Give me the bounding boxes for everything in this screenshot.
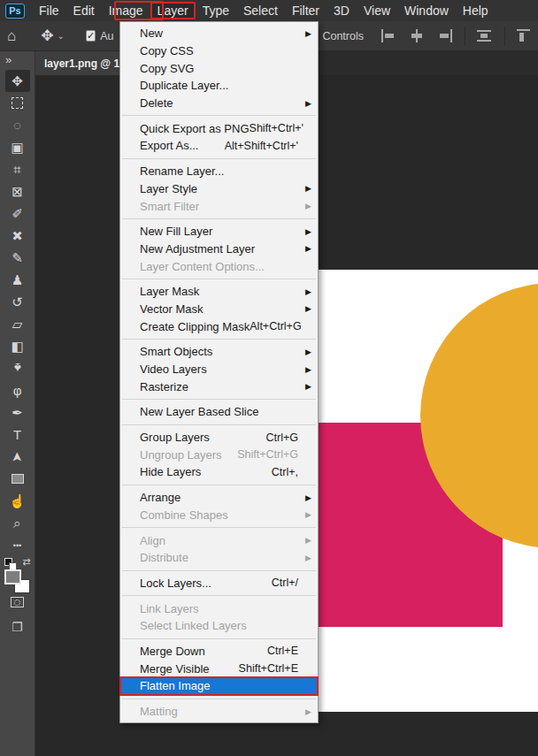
menu-item-video-layers[interactable]: Video Layers▶ bbox=[120, 361, 318, 378]
pen-tool[interactable]: ✒ bbox=[5, 401, 30, 424]
marquee-tool[interactable] bbox=[5, 92, 30, 114]
swap-colors-icon[interactable]: ⇄ bbox=[22, 556, 30, 568]
dodge-tool[interactable]: φ bbox=[5, 379, 30, 401]
history-brush-tool[interactable]: ↺ bbox=[5, 291, 30, 313]
menu-item-quick-export-as-png[interactable]: Quick Export as PNGShift+Ctrl+' bbox=[120, 119, 318, 137]
rectangle-tool[interactable] bbox=[5, 468, 30, 490]
move-tool[interactable]: ✥ bbox=[5, 70, 30, 92]
crop-tool[interactable]: ⌗ bbox=[5, 158, 30, 180]
menu-item-copy-css[interactable]: Copy CSS bbox=[120, 42, 318, 60]
color-controls: ⇄ bbox=[4, 558, 31, 588]
distribute-icon[interactable] bbox=[477, 29, 493, 42]
auto-select-label: Au bbox=[100, 30, 113, 42]
menu-item-layer-style[interactable]: Layer Style▶ bbox=[120, 180, 318, 198]
align-top-edges-icon[interactable] bbox=[517, 29, 533, 42]
menubar-item-filter[interactable]: Filter bbox=[285, 2, 327, 19]
menu-item-lock-layers[interactable]: Lock Layers...Ctrl+/ bbox=[120, 575, 318, 592]
quick-mask-button[interactable] bbox=[5, 592, 30, 613]
menu-item-copy-svg[interactable]: Copy SVG bbox=[120, 59, 318, 77]
menu-item-label: Rasterize bbox=[140, 380, 311, 393]
chevron-down-icon[interactable]: ⌄ bbox=[58, 31, 65, 41]
menu-item-layer-mask[interactable]: Layer Mask▶ bbox=[120, 283, 318, 301]
hand-tool[interactable]: ☝ bbox=[5, 490, 30, 512]
menu-item-label: Hide Layers bbox=[140, 465, 272, 478]
menubar-item-select[interactable]: Select bbox=[236, 2, 285, 19]
menu-item-merge-visible[interactable]: Merge VisibleShift+Ctrl+E bbox=[120, 660, 318, 677]
menu-separator bbox=[122, 638, 316, 639]
menu-item-shortcut: Ctrl+G bbox=[266, 431, 311, 444]
edit-toolbar[interactable]: ••• bbox=[5, 534, 30, 556]
clone-stamp-tool[interactable]: ♟ bbox=[5, 269, 30, 291]
menu-item-label: New Fill Layer bbox=[140, 225, 311, 238]
menu-item-merge-down[interactable]: Merge DownCtrl+E bbox=[120, 643, 318, 661]
menu-separator bbox=[122, 570, 316, 571]
screen-mode-icon: ❐ bbox=[12, 620, 23, 634]
menu-item-hide-layers[interactable]: Hide LayersCtrl+, bbox=[120, 463, 318, 481]
menu-separator bbox=[122, 424, 316, 425]
brush-tool[interactable]: ✎ bbox=[5, 247, 30, 269]
menu-item-duplicate-layer[interactable]: Duplicate Layer... bbox=[120, 77, 318, 95]
foreground-color-swatch[interactable] bbox=[4, 569, 21, 584]
align-right-edges-icon[interactable] bbox=[437, 29, 453, 42]
menubar-item-3d[interactable]: 3D bbox=[327, 2, 357, 19]
menubar-item-edit[interactable]: Edit bbox=[66, 2, 102, 19]
menu-item-flatten-image[interactable]: Flatten Image bbox=[120, 677, 318, 695]
menu-item-label: Distribute bbox=[140, 551, 311, 564]
menu-item-label: Video Layers bbox=[140, 363, 311, 376]
align-horizontal-centers-icon[interactable] bbox=[409, 29, 425, 42]
auto-select-checkbox[interactable]: ✓ bbox=[86, 30, 96, 42]
path-selection-tool-icon: ➤ bbox=[9, 451, 25, 462]
zoom-tool[interactable]: ⌕ bbox=[5, 512, 30, 534]
menubar-item-type[interactable]: Type bbox=[196, 2, 236, 19]
type-tool[interactable]: T bbox=[5, 424, 30, 446]
dodge-tool-icon: φ bbox=[13, 383, 22, 398]
lasso-tool[interactable]: ◌ bbox=[5, 114, 30, 136]
blur-tool[interactable]: ♠ bbox=[5, 357, 30, 379]
frame-tool[interactable]: ⊠ bbox=[5, 180, 30, 202]
menubar-item-file[interactable]: File bbox=[32, 2, 66, 19]
submenu-arrow-icon: ▶ bbox=[305, 184, 311, 193]
menubar-item-view[interactable]: View bbox=[357, 2, 397, 19]
menu-item-smart-objects[interactable]: Smart Objects▶ bbox=[120, 343, 318, 361]
menu-item-vector-mask[interactable]: Vector Mask▶ bbox=[120, 301, 318, 318]
menu-item-new-adjustment-layer[interactable]: New Adjustment Layer▶ bbox=[120, 241, 318, 258]
menu-item-arrange[interactable]: Arrange▶ bbox=[120, 489, 318, 507]
submenu-arrow-icon: ▶ bbox=[305, 365, 311, 374]
menu-separator bbox=[122, 485, 316, 485]
eyedropper-tool[interactable]: ✐ bbox=[5, 202, 30, 225]
menu-item-label: Layer Mask bbox=[140, 285, 311, 298]
frame-tool-icon: ⊠ bbox=[12, 184, 23, 200]
menu-item-delete[interactable]: Delete▶ bbox=[120, 95, 318, 112]
menu-item-export-as[interactable]: Export As...Alt+Shift+Ctrl+' bbox=[120, 137, 318, 155]
submenu-arrow-icon: ▶ bbox=[305, 382, 311, 391]
submenu-arrow-icon: ▶ bbox=[305, 304, 311, 313]
menu-item-new-layer-based-slice[interactable]: New Layer Based Slice bbox=[120, 403, 318, 421]
path-selection-tool[interactable]: ➤ bbox=[5, 446, 30, 468]
menu-item-rename-layer[interactable]: Rename Layer... bbox=[120, 163, 318, 180]
menu-item-select-linked-layers: Select Linked Layers bbox=[120, 617, 318, 635]
transform-controls-label: Controls bbox=[322, 30, 364, 42]
screen-mode-button[interactable]: ❐ bbox=[5, 616, 30, 638]
menu-separator bbox=[122, 158, 316, 159]
menu-item-label: Ungroup Layers bbox=[140, 448, 237, 462]
menubar-item-help[interactable]: Help bbox=[456, 2, 496, 19]
move-tool-icon[interactable]: ✥ bbox=[41, 27, 53, 45]
align-left-edges-icon[interactable] bbox=[380, 29, 396, 42]
menu-item-label: Link Layers bbox=[140, 602, 311, 615]
menu-item-shortcut: Shift+Ctrl+' bbox=[250, 122, 316, 134]
menu-item-rasterize[interactable]: Rasterize▶ bbox=[120, 378, 318, 395]
home-icon[interactable]: ⌂ bbox=[7, 27, 16, 45]
menu-item-shortcut: Shift+Ctrl+G bbox=[237, 448, 311, 461]
menu-item-new[interactable]: New▶ bbox=[120, 25, 318, 42]
menu-separator bbox=[122, 399, 316, 400]
menu-item-create-clipping-mask[interactable]: Create Clipping MaskAlt+Ctrl+G bbox=[120, 317, 318, 335]
gradient-tool[interactable]: ◧ bbox=[5, 335, 30, 357]
photoshop-window: Ps FileEditImageLayerTypeSelectFilter3DV… bbox=[0, 0, 538, 756]
toolbar-expand-icon[interactable]: » bbox=[5, 53, 12, 66]
menu-item-group-layers[interactable]: Group LayersCtrl+G bbox=[120, 429, 318, 447]
eraser-tool[interactable]: ▱ bbox=[5, 313, 30, 335]
object-selection-tool[interactable]: ▣ bbox=[5, 136, 30, 158]
menubar-item-window[interactable]: Window bbox=[397, 2, 456, 19]
healing-brush-tool[interactable]: ✚ bbox=[5, 225, 30, 247]
menu-item-new-fill-layer[interactable]: New Fill Layer▶ bbox=[120, 223, 318, 241]
